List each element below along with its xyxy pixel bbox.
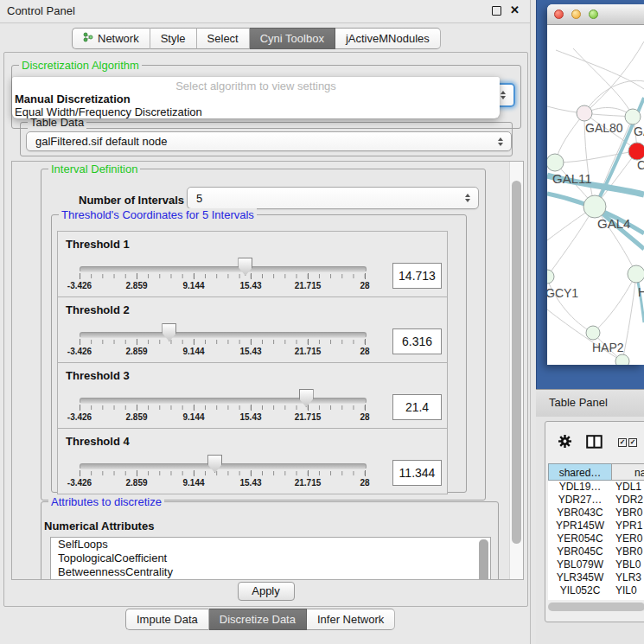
node-red-selected[interactable] <box>628 143 644 160</box>
tick-label: 2.859 <box>125 281 147 290</box>
cell[interactable]: YBR0 <box>615 507 642 520</box>
table-panel-title: Table Panel <box>549 396 608 409</box>
select-columns-icons[interactable]: ✓ ✓ <box>618 438 637 447</box>
threshold-3-value-field[interactable]: 21.4 <box>392 394 442 420</box>
number-of-intervals-value: 5 <box>196 192 202 205</box>
tab-select[interactable]: Select <box>197 28 250 49</box>
tab-infer-network-label: Infer Network <box>317 609 384 629</box>
checkbox-icon[interactable]: ✓ <box>618 438 627 447</box>
columns-icon[interactable] <box>586 435 603 452</box>
cell[interactable]: YDL19… <box>548 481 612 494</box>
cell[interactable]: YBL079W <box>548 558 612 571</box>
cell[interactable]: YER054C <box>548 532 612 545</box>
node-bottom[interactable] <box>615 354 629 365</box>
list-item[interactable]: BetweennessCentrality <box>51 565 490 579</box>
table-panel-bar: Table Panel <box>536 389 644 418</box>
tick-label: 2.859 <box>125 478 147 488</box>
close-traffic-light-icon[interactable] <box>554 10 564 19</box>
threshold-4-value-field[interactable]: 11.344 <box>392 460 442 486</box>
gear-icon[interactable] <box>558 434 572 452</box>
table-row[interactable]: YLR345WYLR3 <box>548 571 644 584</box>
table-row[interactable]: YER054CYER0 <box>548 532 644 545</box>
cell[interactable]: YDR2 <box>615 494 643 507</box>
table-horizontal-scrollbar[interactable] <box>548 603 644 611</box>
slider-track[interactable] <box>80 332 367 338</box>
cell[interactable]: YIL0 <box>615 584 637 597</box>
checkbox-icon[interactable]: ✓ <box>628 438 637 447</box>
float-window-icon[interactable] <box>492 6 501 16</box>
slider-track[interactable] <box>80 463 367 469</box>
settings-scrollbar[interactable] <box>509 162 523 579</box>
slider-track[interactable] <box>80 266 367 272</box>
top-tab-bar: Network Style Select Cyni Toolbox jActiv… <box>72 28 441 49</box>
slider-ticks-major <box>80 470 366 476</box>
table-row[interactable]: YBL079WYBL0 <box>548 558 644 571</box>
cell[interactable]: YDR27… <box>548 494 612 507</box>
node-gal4[interactable] <box>583 195 606 218</box>
tick-label: 2.859 <box>125 347 147 356</box>
cell[interactable]: YPR145W <box>548 520 612 532</box>
network-view-window[interactable]: GAL80 GA C GAL11 GAL4 GCY1 H HAP2 <box>547 4 644 365</box>
node-top-right[interactable] <box>625 109 641 124</box>
cell[interactable]: YBR043C <box>548 507 612 520</box>
number-of-intervals-spinner[interactable]: 5 <box>187 187 479 209</box>
cell[interactable]: YBR0 <box>615 545 642 558</box>
tab-jactivemnodules[interactable]: jActiveMNodules <box>335 28 441 49</box>
threshold-2-value-field[interactable]: 6.316 <box>392 328 442 354</box>
minimize-traffic-light-icon[interactable] <box>571 10 581 19</box>
cell[interactable]: YLR345W <box>548 571 612 584</box>
node-h[interactable] <box>628 265 644 283</box>
tab-style-label: Style <box>161 29 186 48</box>
spinner-updown-icon <box>465 194 470 202</box>
close-icon[interactable]: ✕ <box>510 3 520 16</box>
tab-infer-network[interactable]: Infer Network <box>307 609 395 630</box>
table-row[interactable]: YIL052CYIL0 <box>548 584 644 597</box>
tick-label: 21.715 <box>295 347 322 356</box>
threshold-1-value-field[interactable]: 14.713 <box>392 263 442 289</box>
node-gal80[interactable] <box>577 105 592 121</box>
tab-discretize-data[interactable]: Discretize Data <box>209 609 307 630</box>
tab-network[interactable]: Network <box>72 28 150 49</box>
cell[interactable]: YBR045C <box>548 545 612 558</box>
algorithm-group-title: Discretization Algorithm <box>19 59 142 72</box>
table-row[interactable]: YBR043CYBR0 <box>548 507 644 520</box>
cell[interactable]: YPR1 <box>615 520 642 532</box>
tick-label: 15.43 <box>239 281 261 290</box>
attributes-list-scrollbar[interactable] <box>479 539 488 580</box>
tab-impute-data[interactable]: Impute Data <box>125 609 209 630</box>
table-row[interactable]: YDL19…YDL1 <box>548 481 644 494</box>
slider-track[interactable] <box>80 398 367 404</box>
node-gal11[interactable] <box>547 154 564 171</box>
network-window-titlebar[interactable] <box>547 4 644 25</box>
tick-label: 28 <box>360 347 369 356</box>
cyni-content-frame: Discretization Algorithm Select algorith… <box>3 52 528 607</box>
list-item[interactable]: SelfLoops <box>51 538 490 552</box>
cell[interactable]: YDL1 <box>615 481 641 494</box>
cell[interactable]: YBL0 <box>615 558 641 571</box>
table-row[interactable]: YDR27…YDR2 <box>548 494 644 507</box>
network-canvas[interactable]: GAL80 GA C GAL11 GAL4 GCY1 H HAP2 <box>547 24 644 365</box>
control-panel: Control Panel ✕ Network Style Select <box>0 0 531 644</box>
table-row[interactable]: YPR145WYPR1 <box>548 520 644 532</box>
list-item[interactable]: TopologicalCoefficient <box>51 552 490 565</box>
table-data-combobox[interactable]: galFiltered.sif default node <box>26 131 512 151</box>
tab-style[interactable]: Style <box>150 28 197 49</box>
cell[interactable]: YLR3 <box>615 571 641 584</box>
attributes-list[interactable]: SelfLoops TopologicalCoefficient Between… <box>50 537 491 580</box>
cell[interactable]: YIL052C <box>548 584 612 597</box>
column-header-name[interactable]: na <box>611 463 644 481</box>
tab-select-label: Select <box>207 29 239 48</box>
node-gcy1[interactable] <box>547 270 554 284</box>
popup-option-equal-width[interactable]: Equal Width/Frequency Discretization <box>15 105 202 118</box>
node-hap2[interactable] <box>586 326 600 340</box>
zoom-traffic-light-icon[interactable] <box>589 10 598 19</box>
tab-impute-data-label: Impute Data <box>137 609 198 629</box>
node-label-partial-h: H <box>638 285 644 299</box>
table-row[interactable]: YBR045CYBR0 <box>548 545 644 558</box>
tab-jactivemnodules-label: jActiveMNodules <box>346 29 430 48</box>
tab-cyni-toolbox[interactable]: Cyni Toolbox <box>250 28 335 49</box>
apply-button[interactable]: Apply <box>238 582 295 601</box>
column-header-shared-name[interactable]: shared… <box>548 463 612 481</box>
cell[interactable]: YER0 <box>615 532 642 545</box>
popup-option-manual[interactable]: Manual Discretization <box>15 92 131 105</box>
